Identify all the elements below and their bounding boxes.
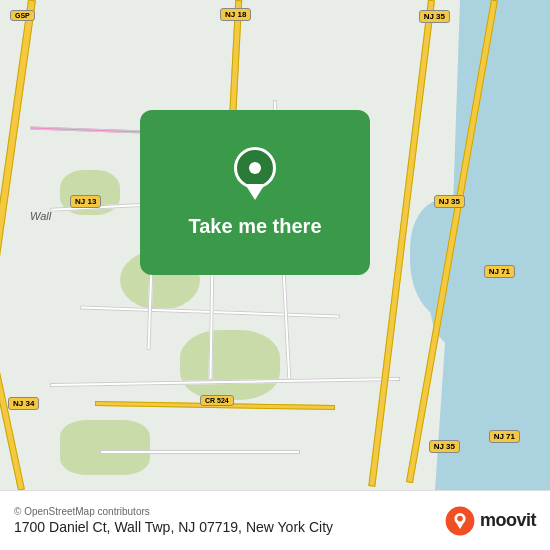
cta-button[interactable]: Take me there (140, 110, 370, 275)
svg-point-3 (457, 515, 463, 521)
address-text: 1700 Daniel Ct, Wall Twp, NJ 07719, New … (14, 519, 333, 535)
bay2 (450, 350, 500, 410)
cta-label: Take me there (188, 215, 321, 238)
nj71-shield-bot: NJ 71 (489, 430, 520, 443)
nj71-shield-mid: NJ 71 (484, 265, 515, 278)
wall-map-label: Wall (30, 210, 51, 222)
nj-left-shield: NJ 13­ (70, 195, 101, 208)
footer-left: © OpenStreetMap contributors 1700 Daniel… (14, 506, 333, 535)
pin-dot (249, 162, 261, 174)
nj35-shield-mid: NJ 35 (434, 195, 465, 208)
moovit-logo: moovit (444, 505, 536, 537)
nj18-shield-top: NJ 18 (220, 8, 251, 21)
footer: © OpenStreetMap contributors 1700 Daniel… (0, 490, 550, 550)
location-pin (234, 147, 276, 197)
moovit-text: moovit (480, 510, 536, 531)
park2 (180, 330, 280, 400)
nj35-shield-top: NJ 35 (419, 10, 450, 23)
map-container: GSP NJ 18 18 NJ 35 NJ 35 NJ 35 NJ 71 NJ … (0, 0, 550, 490)
park4 (60, 420, 150, 475)
pin-circle (234, 147, 276, 189)
gsp-shield: GSP (10, 10, 35, 21)
cr524-shield: CR 524 (200, 395, 234, 406)
osm-credit: © OpenStreetMap contributors (14, 506, 333, 517)
moovit-icon (444, 505, 476, 537)
nj35-shield-bot: NJ 35 (429, 440, 460, 453)
nj34-shield: NJ 34 (8, 397, 39, 410)
local-road-h4 (100, 450, 300, 454)
